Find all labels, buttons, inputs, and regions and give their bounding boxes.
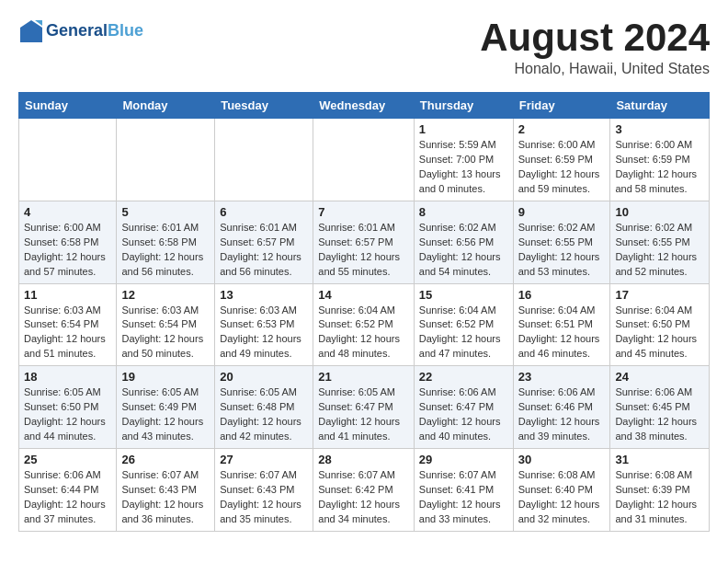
day-number: 9	[518, 205, 606, 219]
calendar-cell: 11Sunrise: 6:03 AMSunset: 6:54 PMDayligh…	[19, 283, 117, 366]
day-number: 27	[220, 453, 308, 466]
logo-line1: General	[46, 21, 108, 40]
day-info: Sunrise: 6:07 AMSunset: 6:43 PMDaylight:…	[220, 468, 308, 527]
calendar-cell: 16Sunrise: 6:04 AMSunset: 6:51 PMDayligh…	[513, 283, 610, 366]
day-info: Sunrise: 6:00 AMSunset: 6:59 PMDaylight:…	[615, 138, 704, 197]
day-info: Sunrise: 6:06 AMSunset: 6:45 PMDaylight:…	[615, 385, 704, 444]
title-block: August 2024 Honalo, Hawaii, United State…	[480, 18, 710, 77]
day-info: Sunrise: 6:02 AMSunset: 6:55 PMDaylight:…	[518, 221, 606, 280]
calendar-week-row: 1Sunrise: 5:59 AMSunset: 7:00 PMDaylight…	[19, 119, 710, 201]
day-number: 15	[419, 288, 508, 302]
calendar-cell: 27Sunrise: 6:07 AMSunset: 6:43 PMDayligh…	[215, 449, 313, 532]
day-info: Sunrise: 6:06 AMSunset: 6:47 PMDaylight:…	[419, 385, 508, 444]
day-number: 13	[220, 288, 308, 302]
day-number: 20	[220, 370, 308, 384]
day-number: 18	[24, 370, 111, 384]
day-number: 2	[518, 122, 606, 136]
day-number: 1	[419, 122, 508, 136]
calendar-week-row: 4Sunrise: 6:00 AMSunset: 6:58 PMDaylight…	[19, 201, 710, 283]
logo: GeneralBlue	[18, 18, 143, 44]
calendar-week-row: 25Sunrise: 6:06 AMSunset: 6:44 PMDayligh…	[19, 449, 710, 532]
header-friday: Friday	[513, 93, 610, 119]
day-number: 17	[615, 288, 704, 302]
day-info: Sunrise: 6:06 AMSunset: 6:46 PMDaylight:…	[518, 385, 606, 444]
calendar-cell: 14Sunrise: 6:04 AMSunset: 6:52 PMDayligh…	[313, 283, 415, 366]
day-info: Sunrise: 6:07 AMSunset: 6:43 PMDaylight:…	[121, 468, 210, 527]
calendar-cell: 15Sunrise: 6:04 AMSunset: 6:52 PMDayligh…	[414, 283, 513, 366]
day-number: 8	[419, 205, 508, 219]
header-tuesday: Tuesday	[215, 93, 313, 119]
day-info: Sunrise: 6:06 AMSunset: 6:44 PMDaylight:…	[24, 468, 111, 527]
calendar-cell: 26Sunrise: 6:07 AMSunset: 6:43 PMDayligh…	[117, 449, 215, 532]
day-number: 16	[518, 288, 606, 302]
header-monday: Monday	[117, 93, 215, 119]
day-number: 30	[518, 453, 606, 466]
calendar-cell: 9Sunrise: 6:02 AMSunset: 6:55 PMDaylight…	[513, 201, 610, 283]
calendar-cell: 21Sunrise: 6:05 AMSunset: 6:47 PMDayligh…	[313, 366, 415, 449]
calendar-cell	[117, 119, 215, 201]
calendar-table: SundayMondayTuesdayWednesdayThursdayFrid…	[18, 92, 710, 532]
day-number: 5	[121, 205, 210, 219]
calendar-week-row: 18Sunrise: 6:05 AMSunset: 6:50 PMDayligh…	[19, 366, 710, 449]
calendar-cell: 6Sunrise: 6:01 AMSunset: 6:57 PMDaylight…	[215, 201, 313, 283]
calendar-cell	[19, 119, 117, 201]
day-number: 28	[318, 453, 409, 466]
calendar-cell: 24Sunrise: 6:06 AMSunset: 6:45 PMDayligh…	[610, 366, 710, 449]
day-number: 6	[220, 205, 308, 219]
calendar-cell: 3Sunrise: 6:00 AMSunset: 6:59 PMDaylight…	[610, 119, 710, 201]
day-number: 25	[24, 453, 111, 466]
day-info: Sunrise: 6:01 AMSunset: 6:57 PMDaylight:…	[318, 221, 409, 280]
day-info: Sunrise: 6:02 AMSunset: 6:56 PMDaylight:…	[419, 221, 508, 280]
day-info: Sunrise: 6:03 AMSunset: 6:53 PMDaylight:…	[220, 304, 308, 362]
day-info: Sunrise: 6:05 AMSunset: 6:47 PMDaylight:…	[318, 385, 409, 444]
calendar-cell: 20Sunrise: 6:05 AMSunset: 6:48 PMDayligh…	[215, 366, 313, 449]
calendar-cell: 25Sunrise: 6:06 AMSunset: 6:44 PMDayligh…	[19, 449, 117, 532]
day-number: 12	[121, 288, 210, 302]
svg-marker-0	[20, 20, 42, 42]
day-info: Sunrise: 6:03 AMSunset: 6:54 PMDaylight:…	[24, 304, 111, 362]
calendar-cell	[313, 119, 415, 201]
day-info: Sunrise: 6:00 AMSunset: 6:59 PMDaylight:…	[518, 138, 606, 197]
calendar-cell: 22Sunrise: 6:06 AMSunset: 6:47 PMDayligh…	[414, 366, 513, 449]
day-info: Sunrise: 6:05 AMSunset: 6:50 PMDaylight:…	[24, 385, 111, 444]
calendar-cell: 17Sunrise: 6:04 AMSunset: 6:50 PMDayligh…	[610, 283, 710, 366]
header-sunday: Sunday	[19, 93, 117, 119]
day-info: Sunrise: 6:01 AMSunset: 6:58 PMDaylight:…	[121, 221, 210, 280]
calendar-header-row: SundayMondayTuesdayWednesdayThursdayFrid…	[19, 93, 710, 119]
day-info: Sunrise: 6:01 AMSunset: 6:57 PMDaylight:…	[220, 221, 308, 280]
day-number: 3	[615, 122, 704, 136]
day-info: Sunrise: 6:05 AMSunset: 6:48 PMDaylight:…	[220, 385, 308, 444]
header-saturday: Saturday	[610, 93, 710, 119]
calendar-cell	[215, 119, 313, 201]
calendar-cell: 1Sunrise: 5:59 AMSunset: 7:00 PMDaylight…	[414, 119, 513, 201]
calendar-cell: 4Sunrise: 6:00 AMSunset: 6:58 PMDaylight…	[19, 201, 117, 283]
day-info: Sunrise: 6:05 AMSunset: 6:49 PMDaylight:…	[121, 385, 210, 444]
day-number: 4	[24, 205, 111, 219]
calendar-cell: 19Sunrise: 6:05 AMSunset: 6:49 PMDayligh…	[117, 366, 215, 449]
calendar-cell: 23Sunrise: 6:06 AMSunset: 6:46 PMDayligh…	[513, 366, 610, 449]
logo-line2: Blue	[108, 21, 143, 40]
day-info: Sunrise: 6:03 AMSunset: 6:54 PMDaylight:…	[121, 304, 210, 362]
day-info: Sunrise: 6:07 AMSunset: 6:42 PMDaylight:…	[318, 468, 409, 527]
day-number: 29	[419, 453, 508, 466]
calendar-cell: 29Sunrise: 6:07 AMSunset: 6:41 PMDayligh…	[414, 449, 513, 532]
location-subtitle: Honalo, Hawaii, United States	[480, 61, 710, 77]
calendar-cell: 8Sunrise: 6:02 AMSunset: 6:56 PMDaylight…	[414, 201, 513, 283]
calendar-cell: 28Sunrise: 6:07 AMSunset: 6:42 PMDayligh…	[313, 449, 415, 532]
logo-icon	[18, 18, 44, 44]
day-number: 23	[518, 370, 606, 384]
day-info: Sunrise: 5:59 AMSunset: 7:00 PMDaylight:…	[419, 138, 508, 197]
day-number: 7	[318, 205, 409, 219]
day-number: 10	[615, 205, 704, 219]
day-number: 31	[615, 453, 704, 466]
day-info: Sunrise: 6:08 AMSunset: 6:40 PMDaylight:…	[518, 468, 606, 527]
day-number: 14	[318, 288, 409, 302]
day-info: Sunrise: 6:02 AMSunset: 6:55 PMDaylight:…	[615, 221, 704, 280]
day-info: Sunrise: 6:04 AMSunset: 6:50 PMDaylight:…	[615, 304, 704, 362]
calendar-cell: 18Sunrise: 6:05 AMSunset: 6:50 PMDayligh…	[19, 366, 117, 449]
day-info: Sunrise: 6:04 AMSunset: 6:52 PMDaylight:…	[419, 304, 508, 362]
day-info: Sunrise: 6:08 AMSunset: 6:39 PMDaylight:…	[615, 468, 704, 527]
calendar-week-row: 11Sunrise: 6:03 AMSunset: 6:54 PMDayligh…	[19, 283, 710, 366]
calendar-cell: 5Sunrise: 6:01 AMSunset: 6:58 PMDaylight…	[117, 201, 215, 283]
header-wednesday: Wednesday	[313, 93, 415, 119]
